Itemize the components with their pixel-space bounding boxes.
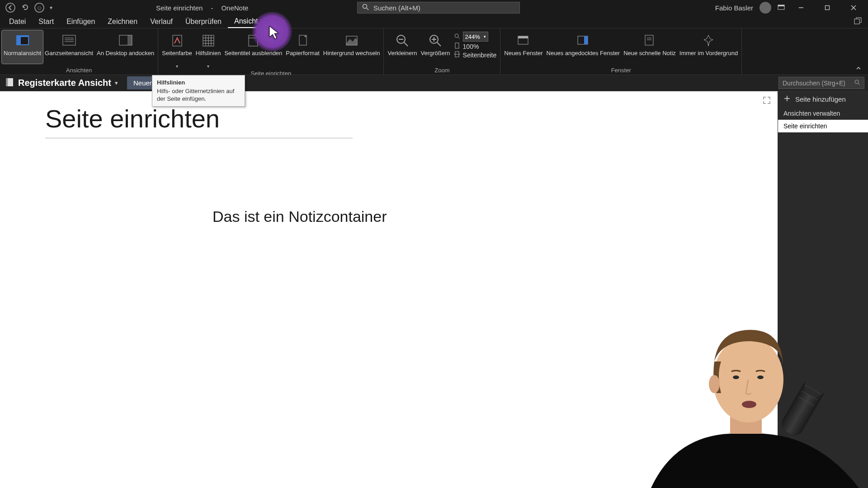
tab-ueberpruefen[interactable]: Überprüfen — [179, 16, 228, 28]
title-separator: - — [211, 4, 213, 12]
fullpage-view-icon — [61, 33, 77, 49]
rule-lines-icon — [200, 33, 217, 49]
notebook-icon[interactable] — [5, 77, 14, 89]
svg-rect-40 — [455, 43, 459, 48]
minimize-button[interactable] — [791, 0, 811, 15]
title-bar-right: Fabio Basler — [715, 0, 868, 15]
svg-point-58 — [709, 375, 720, 393]
chevron-down-icon[interactable]: ▾ — [115, 80, 118, 86]
hide-title-button[interactable]: Seitentitel ausblenden — [222, 30, 284, 64]
normal-view-icon — [14, 33, 31, 49]
normal-view-button[interactable]: Normalansicht — [2, 30, 43, 64]
note-container[interactable]: Das ist ein Notizcontainer — [212, 208, 387, 225]
new-docked-window-button[interactable]: Neues angedocktes Fenster — [545, 30, 622, 64]
dock-to-desktop-button[interactable]: An Desktop andocken — [95, 30, 156, 64]
add-page-button[interactable]: Seite hinzufügen — [778, 91, 868, 107]
svg-rect-11 — [17, 37, 21, 44]
ribbon-group-label: Fenster — [611, 66, 631, 75]
page-list-header[interactable]: Ansichten verwalten — [778, 107, 868, 120]
ribbon-group-label: Zoom — [434, 66, 449, 75]
tab-zeichnen[interactable]: Zeichnen — [101, 16, 144, 28]
page-width-icon — [454, 51, 460, 59]
tab-hilfe[interactable]: Hilfe — [264, 16, 291, 28]
expand-icon[interactable] — [762, 96, 771, 107]
svg-point-0 — [363, 5, 367, 9]
app-name: OneNote — [221, 4, 248, 12]
zoom-in-button[interactable]: Vergrößern — [419, 30, 452, 64]
page-search-input[interactable]: Durchsuchen (Strg+E) — [778, 77, 864, 89]
zoom-100-button[interactable]: 100% — [454, 42, 497, 50]
svg-point-52 — [855, 80, 859, 84]
ribbon-display-icon[interactable] — [778, 4, 785, 12]
tab-einfuegen[interactable]: Einfügen — [60, 16, 101, 28]
zoom-value-input[interactable]: 244% ▾ — [463, 32, 488, 42]
back-icon[interactable] — [5, 3, 15, 13]
page-color-button[interactable]: Seitenfarbe ▾ — [160, 30, 194, 69]
chevron-down-icon: ▾ — [484, 34, 486, 39]
user-avatar[interactable] — [760, 2, 771, 14]
tab-start[interactable]: Start — [32, 16, 60, 28]
collapse-ribbon-icon[interactable] — [855, 65, 862, 73]
svg-point-38 — [455, 34, 458, 38]
plus-icon — [783, 95, 791, 103]
undo-icon[interactable] — [21, 3, 29, 13]
svg-rect-12 — [63, 35, 75, 45]
quick-note-button[interactable]: Neue schnelle Notiz — [622, 30, 678, 64]
close-button[interactable] — [844, 0, 863, 15]
zoom-in-icon — [427, 33, 443, 49]
tooltip: Hilfslinien Hilfs- oder Gitternetzlinien… — [152, 75, 245, 107]
pin-icon — [700, 33, 717, 49]
svg-line-1 — [367, 8, 368, 10]
change-background-button[interactable]: Hintergrund wechseln — [321, 30, 382, 64]
search-box[interactable]: Suchen (Alt+M) — [357, 2, 520, 14]
page-list-item[interactable]: Seite einrichten — [778, 120, 868, 132]
chevron-down-icon: ▾ — [207, 64, 209, 69]
svg-rect-46 — [584, 36, 588, 44]
svg-line-39 — [458, 37, 460, 39]
window-title: Seite einrichten - OneNote — [156, 4, 248, 12]
svg-line-32 — [404, 42, 408, 46]
ribbon: Normalansicht Ganzseitenansicht An Deskt… — [0, 28, 868, 75]
user-name[interactable]: Fabio Basler — [715, 4, 753, 12]
change-background-icon — [344, 33, 360, 49]
always-on-top-button[interactable]: Immer im Vordergrund — [678, 30, 740, 64]
zoom-out-button[interactable]: Verkleinern — [386, 30, 419, 64]
new-window-icon — [515, 33, 532, 49]
ribbon-tab-strip: Datei Start Einfügen Zeichnen Verlauf Üb… — [0, 15, 868, 28]
svg-rect-26 — [249, 35, 258, 46]
touch-mode-icon[interactable]: ☺ — [34, 3, 44, 13]
ribbon-group-fenster: Neues Fenster Neues angedocktes Fenster … — [500, 28, 742, 75]
tab-verlauf[interactable]: Verlauf — [144, 16, 179, 28]
qat-dropdown-icon[interactable]: ▾ — [50, 5, 52, 11]
fullpage-view-button[interactable]: Ganzseitenansicht — [43, 30, 95, 64]
tab-ansicht[interactable]: Ansicht — [228, 15, 264, 28]
page-title[interactable]: Seite einrichten — [45, 104, 353, 138]
search-icon — [362, 4, 369, 12]
share-icon[interactable] — [854, 17, 862, 27]
page-width-button[interactable]: Seitenbreite — [454, 51, 497, 59]
svg-rect-51 — [6, 78, 8, 86]
svg-line-53 — [858, 83, 860, 85]
svg-point-59 — [733, 375, 739, 379]
svg-point-61 — [742, 401, 756, 408]
page-title-area[interactable]: Seite einrichten — [0, 91, 778, 138]
notebook-name[interactable]: Registerkarte Ansicht — [18, 78, 111, 88]
maximize-button[interactable] — [817, 0, 837, 15]
quick-note-icon — [642, 33, 658, 49]
svg-rect-5 — [826, 6, 830, 10]
rule-lines-button[interactable]: Hilfslinien ▾ — [194, 30, 223, 69]
new-docked-window-icon — [575, 33, 591, 49]
svg-rect-44 — [518, 36, 528, 38]
paper-size-button[interactable]: Papierformat — [284, 30, 321, 64]
zoom-out-icon — [394, 33, 410, 49]
paper-size-icon — [295, 33, 311, 49]
tooltip-body: Hilfs- oder Gitternetzlinien auf der Sei… — [157, 88, 240, 103]
svg-line-35 — [437, 42, 441, 46]
new-window-button[interactable]: Neues Fenster — [502, 30, 544, 64]
zoom-controls: 244% ▾ 100% Seitenbreite — [452, 30, 499, 60]
tab-datei[interactable]: Datei — [3, 16, 32, 28]
svg-point-60 — [757, 375, 764, 379]
page-color-icon — [169, 33, 185, 49]
search-icon — [854, 79, 860, 87]
svg-rect-8 — [854, 19, 859, 24]
